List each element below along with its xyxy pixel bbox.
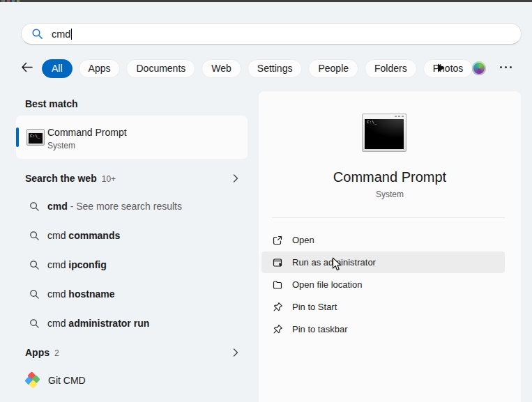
suggestion-text: cmd commands <box>47 230 120 241</box>
result-preview-panel: C:\_ Command Prompt System Open Run as a… <box>259 91 521 402</box>
pin-icon <box>272 302 283 312</box>
suggestion-text: cmd ipconfig <box>47 259 107 270</box>
filter-tab-settings[interactable]: Settings <box>248 59 303 78</box>
best-match-header: Best match <box>25 98 77 109</box>
web-suggestion-row[interactable]: cmd ipconfig <box>16 254 248 275</box>
folder-icon <box>272 279 283 291</box>
suggestion-text: cmd - See more search results <box>47 201 182 212</box>
background-window-edge <box>12 0 15 2</box>
apps-header-label: Apps <box>25 347 50 358</box>
command-prompt-icon: C:\_ <box>26 129 45 146</box>
suggestion-query: cmd <box>47 318 68 329</box>
suggestion-text: cmd administrator run <box>47 318 149 329</box>
filter-tab-people[interactable]: People <box>308 59 358 78</box>
filter-tab-documents[interactable]: Documents <box>126 59 195 78</box>
action-label: Pin to Start <box>292 302 337 312</box>
divider <box>272 217 505 218</box>
suggestion-query: cmd <box>47 259 68 270</box>
action-open[interactable]: Open <box>261 229 505 251</box>
background-window-edge <box>0 0 532 2</box>
more-options-icon[interactable] <box>500 66 512 68</box>
background-window-edge <box>17 0 20 2</box>
windows-search-flyout: { "search_bar": { "value": "cmd" }, "fil… <box>0 0 532 402</box>
command-prompt-icon-large: C:\_ <box>362 114 406 152</box>
selection-accent-bar <box>16 127 19 147</box>
apps-count: 2 <box>54 348 59 358</box>
filter-tab-bar: All Apps Documents Web Settings People F… <box>21 59 479 78</box>
suggestion-completion: commands <box>68 230 120 241</box>
cmd-glyph: C:\_ <box>365 119 404 149</box>
best-match-title: Command Prompt <box>47 127 127 138</box>
action-label: Open <box>292 235 314 245</box>
search-the-web-count: 10+ <box>102 174 116 184</box>
git-cmd-icon <box>26 373 42 388</box>
best-match-subtitle: System <box>47 141 75 150</box>
open-external-icon <box>272 235 283 246</box>
text-caret <box>71 29 72 40</box>
search-icon <box>29 231 40 241</box>
search-input[interactable]: cmd <box>21 23 522 45</box>
play-triangle-icon <box>437 63 445 75</box>
apps-header: Apps 2 <box>25 347 59 358</box>
back-button[interactable] <box>21 62 33 75</box>
suggestion-completion: administrator run <box>68 318 149 329</box>
search-query-text: cmd <box>52 29 70 40</box>
action-pin-to-start[interactable]: Pin to Start <box>261 296 505 318</box>
account-avatar[interactable] <box>472 61 486 75</box>
filter-tab-photos[interactable]: Photos <box>423 59 473 78</box>
preview-app-subtitle: System <box>259 190 521 199</box>
preview-app-title: Command Prompt <box>259 169 521 185</box>
web-suggestion-row[interactable]: cmd administrator run <box>16 313 248 334</box>
suggestion-query: cmd <box>47 201 68 212</box>
filter-tab-apps[interactable]: Apps <box>79 59 121 78</box>
suggestion-text: cmd hostname <box>47 288 114 300</box>
app-result-git-cmd[interactable]: Git CMD <box>16 370 248 391</box>
suggestion-completion: hostname <box>68 288 114 300</box>
search-icon <box>29 289 40 300</box>
suggestion-query: cmd <box>47 288 68 300</box>
search-icon <box>29 260 40 270</box>
background-window-edge <box>1 0 5 2</box>
web-suggestion-row[interactable]: cmd hostname <box>16 284 248 304</box>
filter-tab-all[interactable]: All <box>42 59 73 78</box>
mouse-cursor <box>332 257 342 275</box>
apps-expand-chevron-icon[interactable] <box>233 348 238 357</box>
search-icon <box>29 201 40 212</box>
back-arrow-icon <box>21 62 33 75</box>
app-result-title: Git CMD <box>48 375 86 386</box>
run-as-admin-icon <box>272 257 283 268</box>
suggestion-query: cmd <box>47 230 68 241</box>
suggestion-completion: - See more search results <box>68 201 182 212</box>
search-the-web-header: Search the web 10+ <box>25 173 116 184</box>
background-window-edge <box>7 0 10 2</box>
action-run-as-administrator[interactable]: Run as administrator <box>261 252 505 273</box>
search-the-web-label: Search the web <box>25 173 97 184</box>
search-icon <box>31 28 43 40</box>
suggestion-completion: ipconfig <box>68 259 106 270</box>
action-pin-to-taskbar[interactable]: Pin to taskbar <box>261 318 505 340</box>
best-match-header-label: Best match <box>25 98 77 109</box>
more-filters-button[interactable] <box>437 63 445 75</box>
search-icon <box>29 318 40 329</box>
pin-icon <box>272 324 283 334</box>
filter-tab-web[interactable]: Web <box>202 59 241 78</box>
action-label: Pin to taskbar <box>292 324 348 334</box>
filter-tab-folders[interactable]: Folders <box>365 59 417 78</box>
best-match-result[interactable]: C:\_ Command Prompt System <box>16 116 248 159</box>
action-label: Open file location <box>292 279 362 290</box>
web-suggestion-row[interactable]: cmd commands <box>16 225 248 246</box>
action-open-file-location[interactable]: Open file location <box>261 274 505 295</box>
web-suggestion-row[interactable]: cmd - See more search results <box>16 196 248 217</box>
search-the-web-expand-chevron-icon[interactable] <box>233 174 238 183</box>
